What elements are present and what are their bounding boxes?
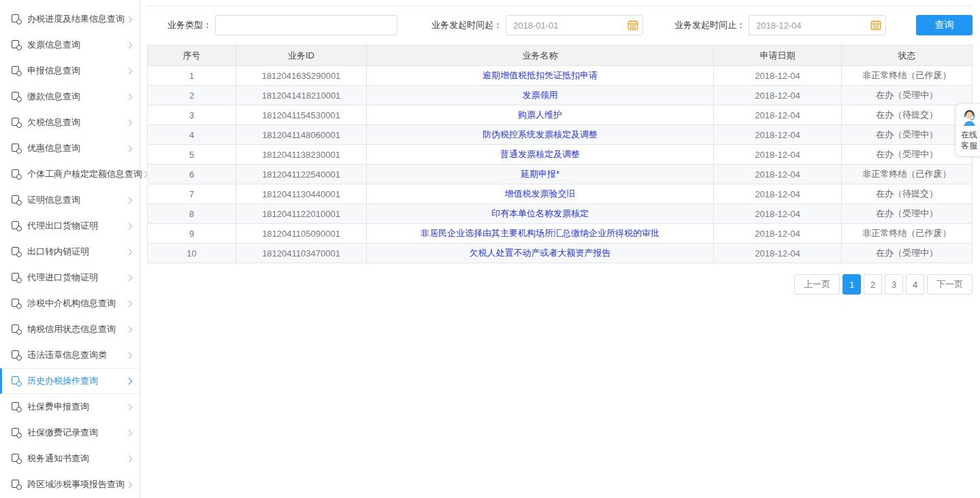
declaration-info-icon <box>11 65 22 76</box>
business-id-cell: 1812041635290001 <box>236 66 367 86</box>
calendar-icon[interactable] <box>627 20 638 33</box>
status-cell: 在办（受理中） <box>842 86 973 105</box>
business-id-cell: 1812041148060001 <box>236 125 367 145</box>
sidebar-item-label: 申报信息查询 <box>27 65 80 77</box>
sidebar-item-agent-import-goods-cert[interactable]: 代理进口货物证明 <box>0 265 140 290</box>
business-name-link[interactable]: 延期申报* <box>521 169 559 179</box>
chevron-right-icon <box>126 197 133 203</box>
sidebar-item-label: 涉税中介机构信息查询 <box>27 297 116 310</box>
sidebar-item-tax-progress-result-query[interactable]: 办税进度及结果信息查询 <box>0 6 140 32</box>
business-id-cell: 1812041138230001 <box>236 145 367 165</box>
business-name-link[interactable]: 逾期增值税抵扣凭证抵扣申请 <box>483 70 598 80</box>
page-button-2[interactable]: 2 <box>864 274 882 295</box>
end-date-input[interactable] <box>749 15 886 35</box>
business-name-link[interactable]: 非居民企业选择由其主要机构场所汇总缴纳企业所得税的审批 <box>421 228 659 238</box>
sidebar-item-history-tax-operation-query[interactable]: 历史办税操作查询 <box>0 368 140 394</box>
page-button-1[interactable]: 1 <box>843 274 861 295</box>
sidebar-item-label: 税务通知书查询 <box>27 452 89 465</box>
calendar-icon[interactable] <box>870 20 881 33</box>
cross-region-report-icon <box>11 479 22 490</box>
apply-date-cell: 2018-12-04 <box>714 145 842 165</box>
social-declaration-icon <box>11 401 22 412</box>
chevron-right-icon <box>126 378 133 384</box>
sidebar-item-label: 证明信息查询 <box>27 194 80 206</box>
business-id-cell: 1812041154530001 <box>236 105 367 125</box>
next-page-button[interactable]: 下一页 <box>927 274 973 295</box>
sidebar-item-declaration-info-query[interactable]: 申报信息查询 <box>0 58 140 84</box>
sidebar-item-tax-notice-query[interactable]: 税务通知书查询 <box>0 446 140 471</box>
sidebar-item-social-insurance-payment-records-query[interactable]: 社保缴费记录查询 <box>0 420 140 446</box>
table-row: 71812041130440001增值税发票验交旧2018-12-04在办（待提… <box>148 184 973 204</box>
prev-page-button[interactable]: 上一页 <box>794 274 840 295</box>
sidebar-item-label: 办税进度及结果信息查询 <box>27 13 125 25</box>
history-tax-operation-icon <box>11 376 22 386</box>
sidebar-item-label: 个体工商户核定定额信息查询 <box>27 168 142 180</box>
status-cell: 非正常终结（已作废） <box>842 66 973 86</box>
business-id-cell: 1812041105090001 <box>236 224 367 244</box>
business-id-cell: 1812041418210001 <box>236 86 367 105</box>
status-cell: 在办（待提交） <box>842 184 973 204</box>
chevron-right-icon <box>126 403 133 410</box>
chevron-right-icon <box>126 145 133 152</box>
individual-quota-icon <box>11 169 22 180</box>
business-name-link[interactable]: 发票领用 <box>523 90 558 100</box>
status-cell: 在办（受理中） <box>842 204 973 224</box>
business-type-input[interactable] <box>215 15 397 35</box>
business-name-link[interactable]: 欠税人处置不动产或者大额资产报告 <box>470 248 611 258</box>
status-cell: 非正常终结（已作废） <box>842 224 973 244</box>
business-name-link[interactable]: 印有本单位名称发票核定 <box>491 208 589 218</box>
online-service-widget[interactable]: 在线 客服 <box>956 103 980 156</box>
tax-intermediary-icon <box>11 298 22 309</box>
pagination: 上一页 1 2 3 4 下一页 <box>147 274 973 295</box>
sidebar-item-social-insurance-declaration-query[interactable]: 社保费申报查询 <box>0 394 140 420</box>
sidebar-item-label: 缴款信息查询 <box>27 90 80 103</box>
preferential-info-icon <box>11 143 22 154</box>
business-name-link[interactable]: 普通发票核定及调整 <box>500 149 580 159</box>
status-cell: 在办（受理中） <box>842 244 973 263</box>
seq-cell: 8 <box>148 204 236 224</box>
sidebar-item-label: 欠税信息查询 <box>27 116 80 129</box>
business-name-link[interactable]: 防伪税控系统发票核定及调整 <box>483 129 598 139</box>
sidebar-item-tax-arrears-info-query[interactable]: 欠税信息查询 <box>0 110 140 135</box>
sidebar-item-tax-credit-status-query[interactable]: 纳税信用状态信息查询 <box>0 316 140 342</box>
payment-info-icon <box>11 91 22 102</box>
sidebar-item-label: 纳税信用状态信息查询 <box>27 323 116 335</box>
sidebar-item-agent-export-goods-cert[interactable]: 代理出口货物证明 <box>0 213 140 239</box>
sidebar-item-preferential-info-query[interactable]: 优惠信息查询 <box>0 135 140 161</box>
sidebar-item-individual-quota-info-query[interactable]: 个体工商户核定定额信息查询 <box>0 161 140 187</box>
sidebar-item-label: 发票信息查询 <box>27 39 80 51</box>
business-name-link[interactable]: 增值税发票验交旧 <box>505 188 576 199</box>
sidebar-item-cross-region-tax-report-query[interactable]: 跨区域涉税事项报告查询 <box>0 471 140 497</box>
seq-cell: 9 <box>148 224 236 244</box>
page-button-4[interactable]: 4 <box>906 274 924 295</box>
status-cell: 在办（待提交） <box>842 105 973 125</box>
sidebar-item-label: 跨区域涉税事项报告查询 <box>27 478 125 491</box>
start-date-input[interactable] <box>506 15 643 35</box>
sidebar-item-certificate-info-query[interactable]: 证明信息查询 <box>0 187 140 213</box>
tax-notice-icon <box>11 453 22 464</box>
page-button-3[interactable]: 3 <box>885 274 903 295</box>
service-label-line1: 在线 <box>959 129 979 140</box>
chevron-right-icon <box>126 274 133 281</box>
sidebar: 办税进度及结果信息查询 发票信息查询 申报信息查询 缴款信息查询 欠税信息查询 … <box>0 0 140 498</box>
seq-cell: 1 <box>148 66 236 86</box>
table-row: 21812041418210001发票领用2018-12-04在办（受理中） <box>148 86 973 105</box>
chevron-right-icon <box>126 119 133 126</box>
table-header-row: 序号 业务ID 业务名称 申请日期 状态 <box>148 46 973 66</box>
business-name-link[interactable]: 购票人维护 <box>518 110 562 120</box>
sidebar-item-label: 代理出口货物证明 <box>27 220 98 232</box>
sidebar-item-tax-intermediary-info-query[interactable]: 涉税中介机构信息查询 <box>0 290 140 316</box>
apply-date-cell: 2018-12-04 <box>714 86 842 105</box>
sidebar-item-label: 优惠信息查询 <box>27 142 80 154</box>
table-row: 61812041122540001延期申报*2018-12-04非正常终结（已作… <box>148 165 973 184</box>
sidebar-item-export-to-domestic-cert[interactable]: 出口转内销证明 <box>0 239 140 265</box>
sidebar-item-payment-info-query[interactable]: 缴款信息查询 <box>0 84 140 110</box>
sidebar-item-invoice-info-query[interactable]: 发票信息查询 <box>0 32 140 58</box>
export-domestic-cert-icon <box>11 246 22 257</box>
sidebar-item-violation-info-query[interactable]: 违法违章信息查询类 <box>0 342 140 368</box>
tax-progress-result-icon <box>11 14 22 24</box>
business-id-cell: 1812041122540001 <box>236 165 367 184</box>
seq-cell: 10 <box>148 244 236 263</box>
table-row: 101812041103470001欠税人处置不动产或者大额资产报告2018-1… <box>148 244 973 263</box>
query-button[interactable]: 查询 <box>916 15 973 35</box>
